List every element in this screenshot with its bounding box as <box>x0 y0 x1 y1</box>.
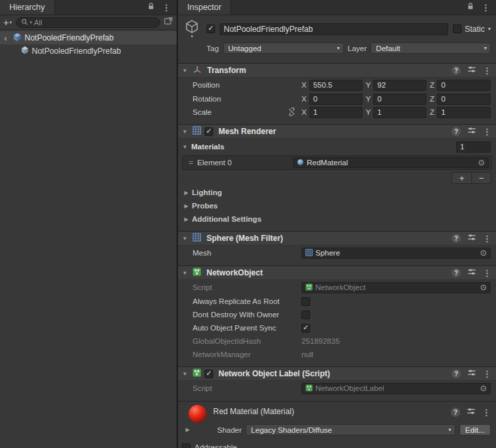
additional-settings-foldout[interactable]: ▶ Additional Settings <box>178 212 496 226</box>
network-object-label-component-header: ▼ ✓ Network Object Label (Script) ? ⋮ <box>178 366 496 381</box>
shader-dropdown[interactable]: Legacy Shaders/Diffuse ▾ <box>246 424 455 435</box>
create-button[interactable]: + ▾ <box>3 17 12 28</box>
rotation-z-field[interactable]: 0 <box>437 94 491 105</box>
material-object-field[interactable]: RedMaterial ⊙ <box>293 157 489 168</box>
search-options-icon[interactable] <box>164 17 173 27</box>
mesh-renderer-component-header: ▼ ✓ Mesh Renderer ? ⋮ <box>178 124 496 139</box>
drag-handle-icon[interactable]: = <box>189 159 193 167</box>
component-enabled-checkbox[interactable]: ✓ <box>205 370 213 378</box>
tree-item[interactable]: NotPooledFriendlyPrefab <box>0 44 177 58</box>
foldout-icon[interactable]: ▼ <box>181 236 189 242</box>
presets-icon[interactable] <box>467 233 476 244</box>
object-picker-icon[interactable]: ⊙ <box>480 249 487 257</box>
edit-shader-button[interactable]: Edit... <box>459 424 491 435</box>
tab-inspector[interactable]: Inspector <box>178 0 231 15</box>
kebab-menu-icon[interactable]: ⋮ <box>483 127 491 136</box>
active-checkbox[interactable]: ✓ <box>207 25 215 33</box>
gameobject-name-field[interactable]: NotPooledFriendlyPrefab <box>220 23 448 35</box>
help-icon[interactable]: ? <box>451 408 460 417</box>
rotation-label: Rotation <box>193 95 221 103</box>
help-icon[interactable]: ? <box>452 66 461 75</box>
object-picker-icon[interactable]: ⊙ <box>480 283 487 291</box>
lock-icon[interactable] <box>467 2 474 13</box>
presets-icon[interactable] <box>467 65 476 76</box>
object-picker-icon[interactable]: ⊙ <box>478 159 485 167</box>
search-input[interactable]: ▾ All <box>16 17 160 28</box>
network-object-component-header: ▼ NetworkObject ? ⋮ <box>178 265 496 280</box>
remove-element-button[interactable]: − <box>471 173 491 183</box>
help-icon[interactable]: ? <box>452 127 461 136</box>
script-object-field[interactable]: NetworkObject ⊙ <box>301 282 491 293</box>
presets-icon[interactable] <box>467 407 475 417</box>
component-title: Sphere (Mesh Filter) <box>207 234 283 243</box>
mesh-row: Mesh Sphere ⊙ <box>178 246 496 260</box>
kebab-menu-icon[interactable]: ⋮ <box>483 66 491 75</box>
presets-icon[interactable] <box>467 126 476 137</box>
transform-scale-row: Scale X1 Y1 Z1 <box>178 106 496 119</box>
help-icon[interactable]: ? <box>452 234 461 243</box>
unlinked-chain-icon[interactable] <box>288 108 296 117</box>
foldout-icon[interactable]: ▼ <box>181 129 189 135</box>
layer-dropdown[interactable]: Default ▾ <box>371 42 491 54</box>
scale-z-field[interactable]: 1 <box>437 107 491 118</box>
kebab-menu-icon[interactable]: ⋮ <box>483 269 491 277</box>
presets-icon[interactable] <box>467 267 476 278</box>
rotation-y-field[interactable]: 0 <box>373 94 426 105</box>
addressable-checkbox[interactable]: ✓ <box>182 443 191 448</box>
material-preview-sphere[interactable] <box>189 405 207 423</box>
kebab-menu-icon[interactable]: ⋮ <box>162 3 171 12</box>
rotation-x-field[interactable]: 0 <box>309 94 363 105</box>
tag-layer-row: Tag Untagged ▾ Layer Default ▾ <box>178 40 496 59</box>
axis-y-label: Y <box>366 108 371 116</box>
kebab-menu-icon[interactable]: ⋮ <box>482 408 491 417</box>
help-icon[interactable]: ? <box>452 369 461 378</box>
prefab-mode-header-row[interactable]: ‹ NotPooledFriendlyPrefab <box>0 31 177 44</box>
foldout-icon[interactable]: ▶ <box>183 427 192 433</box>
script-object-field[interactable]: NetworkObjectLabel ⊙ <box>301 383 491 394</box>
kebab-menu-icon[interactable]: ⋮ <box>483 370 491 378</box>
dont-destroy-checkbox[interactable]: ✓ <box>301 311 310 319</box>
component-enabled-checkbox[interactable]: ✓ <box>205 127 213 136</box>
axis-x-label: X <box>301 108 307 116</box>
lighting-foldout[interactable]: ▶ Lighting <box>178 186 496 199</box>
tag-dropdown[interactable]: Untagged ▾ <box>223 42 344 54</box>
script-row: Script NetworkObject ⊙ <box>178 280 496 295</box>
always-replicate-checkbox[interactable]: ✓ <box>301 297 310 306</box>
mesh-object-field[interactable]: Sphere ⊙ <box>301 248 491 259</box>
position-z-field[interactable]: 0 <box>437 80 491 91</box>
static-dropdown-icon[interactable]: ▾ <box>488 26 491 32</box>
scale-y-field[interactable]: 1 <box>373 107 426 118</box>
help-icon[interactable]: ? <box>452 268 461 277</box>
auto-parent-sync-row: Auto Object Parent Sync ✓ <box>178 321 496 335</box>
scale-x-field[interactable]: 1 <box>309 107 363 118</box>
tab-hierarchy[interactable]: Hierarchy <box>0 0 55 15</box>
gameobject-icon-button[interactable]: ▾ <box>182 19 202 39</box>
prefab-root-label: NotPooledFriendlyPrefab <box>25 33 114 42</box>
component-title: Network Object Label (Script) <box>218 369 330 378</box>
foldout-icon[interactable]: ▼ <box>181 371 189 377</box>
lock-icon[interactable] <box>147 2 155 13</box>
component-title: Mesh Renderer <box>218 127 276 136</box>
presets-icon[interactable] <box>467 368 476 379</box>
script-component-icon <box>193 368 201 379</box>
prefab-back-icon[interactable]: ‹ <box>1 34 10 42</box>
foldout-icon[interactable]: ▼ <box>181 270 189 276</box>
foldout-icon[interactable]: ▼ <box>181 68 189 74</box>
kebab-menu-icon[interactable]: ⋮ <box>481 3 490 12</box>
position-y-field[interactable]: 92 <box>373 80 426 91</box>
foldout-icon[interactable]: ▼ <box>181 144 189 150</box>
materials-count-field[interactable]: 1 <box>456 141 491 153</box>
position-x-field[interactable]: 550.5 <box>309 80 363 91</box>
auto-parent-sync-checkbox[interactable]: ✓ <box>301 324 310 333</box>
mesh-filter-icon <box>193 233 201 244</box>
global-object-id-hash-row: GlobalObjectIdHash 251892835 <box>178 335 496 348</box>
kebab-menu-icon[interactable]: ⋮ <box>483 234 491 243</box>
add-element-button[interactable]: + <box>452 173 471 183</box>
material-header-row: Red Material (Material) ? ⋮ <box>183 405 491 423</box>
object-picker-icon[interactable]: ⊙ <box>480 384 487 392</box>
hierarchy-toolbar: + ▾ ▾ All <box>0 15 177 30</box>
static-checkbox[interactable]: ✓ <box>453 25 461 33</box>
plus-icon: + <box>3 17 9 28</box>
hierarchy-tree: ‹ NotPooledFriendlyPrefab NotPooledFrien… <box>0 30 177 448</box>
probes-foldout[interactable]: ▶ Probes <box>178 199 496 212</box>
